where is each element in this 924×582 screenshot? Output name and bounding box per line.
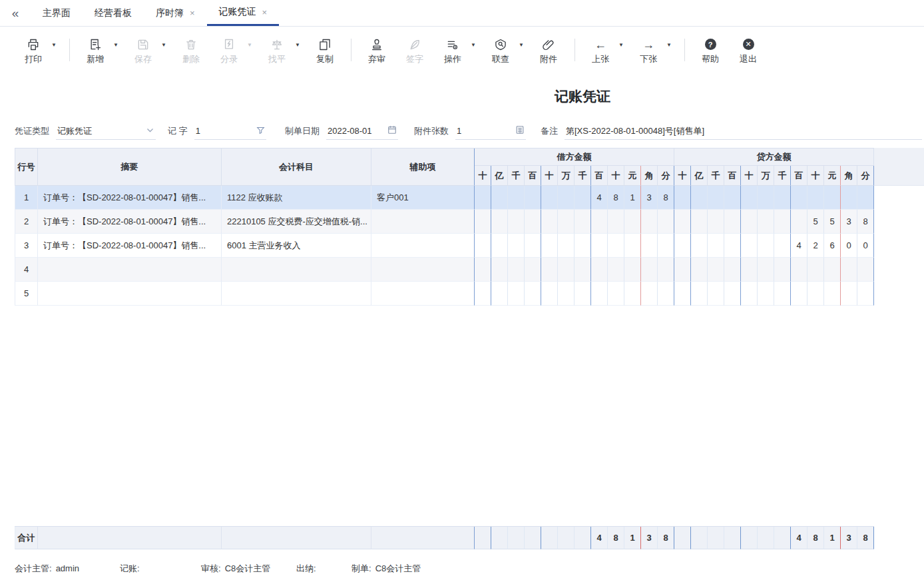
amount-digit-cell[interactable] [591,210,608,234]
summary-cell[interactable]: 订单号：【SD-2022-08-01-00047】销售... [38,186,222,210]
amount-digit-cell[interactable] [674,282,691,306]
dropdown-arrow-icon[interactable]: ▼ [247,42,252,48]
amount-digit-cell[interactable] [708,186,724,210]
chevron-down-icon[interactable] [146,126,154,137]
amount-digit-cell[interactable] [674,234,691,258]
attachment-count-input[interactable]: 1 [455,123,526,140]
amount-digit-cell[interactable] [741,186,758,210]
amount-digit-cell[interactable] [491,210,508,234]
amount-digit-cell[interactable] [575,186,591,210]
amount-digit-cell[interactable] [724,210,741,234]
account-cell[interactable]: 1122 应收账款 [222,186,371,210]
amount-digit-cell[interactable] [791,186,808,210]
amount-digit-cell[interactable] [808,282,824,306]
amount-digit-cell[interactable] [525,282,541,306]
amount-digit-cell[interactable] [525,210,541,234]
account-cell[interactable]: 6001 主营业务收入 [222,234,371,258]
summary-cell[interactable]: 订单号：【SD-2022-08-01-00047】销售... [38,210,222,234]
calculator-icon[interactable] [515,125,525,137]
toolbar-button-help[interactable]: ?帮助 [694,37,726,65]
amount-digit-cell[interactable] [758,282,774,306]
amount-digit-cell[interactable] [525,186,541,210]
amount-digit-cell[interactable] [491,186,508,210]
amount-digit-cell[interactable] [674,210,691,234]
amount-digit-cell[interactable] [808,186,824,210]
auxiliary-cell[interactable] [371,210,475,234]
amount-digit-cell[interactable] [741,210,758,234]
amount-digit-cell[interactable] [575,258,591,282]
amount-digit-cell[interactable] [841,258,857,282]
amount-digit-cell[interactable]: 5 [808,210,824,234]
amount-digit-cell[interactable] [774,186,791,210]
amount-digit-cell[interactable] [708,282,724,306]
amount-digit-cell[interactable] [658,210,674,234]
amount-digit-cell[interactable] [691,210,708,234]
summary-cell[interactable] [38,258,222,282]
amount-digit-cell[interactable] [558,282,575,306]
dropdown-arrow-icon[interactable]: ▼ [295,42,300,48]
voucher-number-input[interactable]: 1 [194,123,266,140]
auxiliary-cell[interactable] [371,258,475,282]
toolbar-button-next[interactable]: →下张▼ [632,37,664,65]
amount-digit-cell[interactable] [674,258,691,282]
amount-digit-cell[interactable] [608,234,624,258]
amount-digit-cell[interactable]: 6 [824,234,841,258]
account-cell[interactable] [222,282,371,306]
amount-digit-cell[interactable] [708,210,724,234]
amount-digit-cell[interactable] [558,210,575,234]
amount-digit-cell[interactable] [591,258,608,282]
amount-digit-cell[interactable]: 3 [641,186,658,210]
amount-digit-cell[interactable] [624,282,641,306]
amount-digit-cell[interactable] [541,186,558,210]
account-cell[interactable] [222,258,371,282]
amount-digit-cell[interactable] [491,282,508,306]
toolbar-button-attachment[interactable]: 附件 [533,37,565,65]
amount-digit-cell[interactable]: 4 [591,186,608,210]
amount-digit-cell[interactable] [824,282,841,306]
amount-digit-cell[interactable] [674,186,691,210]
toolbar-button-exit[interactable]: ✕退出 [732,37,764,65]
amount-digit-cell[interactable] [841,186,857,210]
amount-digit-cell[interactable] [541,282,558,306]
amount-digit-cell[interactable] [708,258,724,282]
tab-dashboard[interactable]: 经营看板 [83,0,144,26]
dropdown-arrow-icon[interactable]: ▼ [618,42,624,48]
amount-digit-cell[interactable] [525,258,541,282]
amount-digit-cell[interactable] [508,234,525,258]
filter-icon[interactable] [256,126,265,137]
toolbar-button-unaudit[interactable]: 弃审 [361,37,393,65]
dropdown-arrow-icon[interactable]: ▼ [666,42,672,48]
amount-digit-cell[interactable] [508,282,525,306]
toolbar-button-operations[interactable]: 操作▼ [437,37,469,65]
amount-digit-cell[interactable] [641,282,658,306]
tab-journal[interactable]: 序时簿× [144,0,207,26]
close-icon[interactable]: × [190,9,195,17]
toolbar-button-entry[interactable]: 分录▼ [213,37,245,65]
auxiliary-cell[interactable] [371,282,475,306]
row-number-cell[interactable]: 4 [15,258,38,282]
toolbar-button-sign[interactable]: 签字 [399,37,431,65]
amount-digit-cell[interactable] [575,282,591,306]
voucher-date-input[interactable]: 2022-08-01 [326,123,398,140]
amount-digit-cell[interactable] [508,258,525,282]
amount-digit-cell[interactable] [558,258,575,282]
amount-digit-cell[interactable] [558,234,575,258]
amount-digit-cell[interactable] [624,258,641,282]
amount-digit-cell[interactable]: 5 [824,210,841,234]
amount-digit-cell[interactable] [491,258,508,282]
amount-digit-cell[interactable] [575,210,591,234]
dropdown-arrow-icon[interactable]: ▼ [51,42,57,48]
amount-digit-cell[interactable] [774,234,791,258]
row-number-cell[interactable]: 1 [15,186,38,210]
row-number-cell[interactable]: 2 [15,210,38,234]
toolbar-button-delete[interactable]: 删除 [175,37,207,65]
amount-digit-cell[interactable] [724,282,741,306]
amount-digit-cell[interactable] [841,282,857,306]
tab-main[interactable]: 主界面 [31,0,83,26]
amount-digit-cell[interactable] [774,210,791,234]
amount-digit-cell[interactable] [857,186,874,210]
toolbar-button-lookup[interactable]: 联查▼ [485,37,517,65]
voucher-type-select[interactable]: 记账凭证 [56,123,156,140]
amount-digit-cell[interactable] [691,234,708,258]
toolbar-button-prev[interactable]: ←上张▼ [584,37,616,65]
